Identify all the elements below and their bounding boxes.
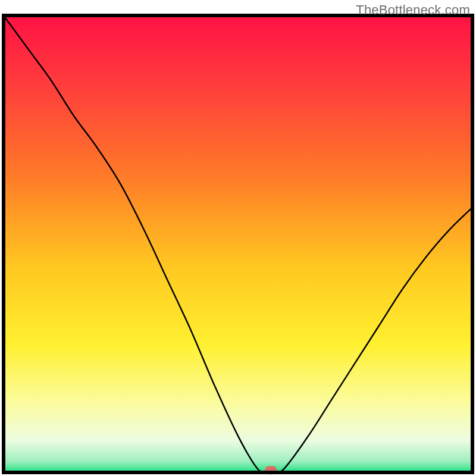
chart-svg: [0, 0, 476, 476]
watermark-text: TheBottleneck.com: [356, 2, 470, 18]
bottleneck-chart: TheBottleneck.com: [0, 0, 476, 476]
chart-background: [4, 15, 472, 472]
